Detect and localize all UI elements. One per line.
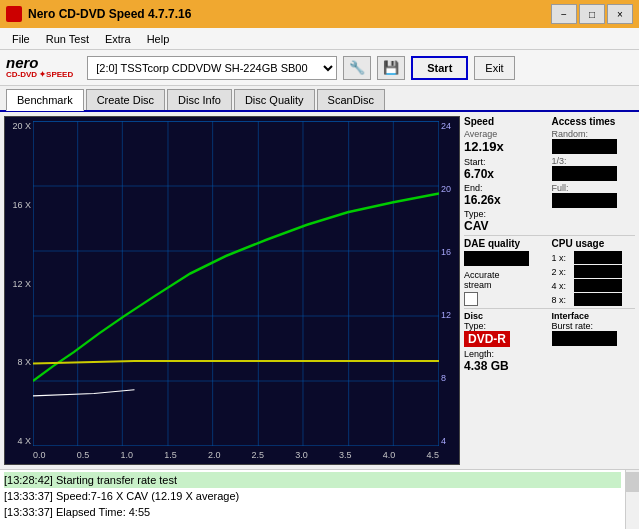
chart-and-panel: 20 X 16 X 12 X 8 X 4 X 24 20 16 12 8 4: [0, 112, 639, 469]
menu-extra[interactable]: Extra: [97, 31, 139, 47]
menu-bar: File Run Test Extra Help: [0, 28, 639, 50]
x-label-05: 0.5: [77, 450, 90, 460]
menu-file[interactable]: File: [4, 31, 38, 47]
nero-brand-sub: CD-DVD ✦SPEED: [6, 71, 73, 80]
cpu-2x-value: [574, 265, 622, 278]
average-value: 12.19x: [464, 139, 548, 154]
dae-cpu-section: DAE quality Accurate stream CPU usage 1 …: [464, 238, 635, 306]
x-label-10: 1.0: [120, 450, 133, 460]
interface-section: Interface Burst rate:: [552, 311, 636, 373]
divider-2: [464, 308, 635, 309]
main-wrapper: 20 X 16 X 12 X 8 X 4 X 24 20 16 12 8 4: [0, 112, 639, 529]
divider-1: [464, 235, 635, 236]
cpu-title: CPU usage: [552, 238, 636, 249]
log-line-1: [13:33:37] Speed:7-16 X CAV (12.19 X ave…: [4, 488, 621, 504]
y-right-4: 4: [439, 436, 459, 446]
cpu-8x-label: 8 x:: [552, 295, 572, 305]
properties-button[interactable]: 🔧: [343, 56, 371, 80]
disc-section: Disc Type: DVD-R Length: 4.38 GB: [464, 311, 548, 373]
title-bar-left: Nero CD-DVD Speed 4.7.7.16: [6, 6, 191, 22]
svg-rect-0: [33, 121, 439, 446]
cpu-2x-row: 2 x:: [552, 265, 636, 278]
type-value: CAV: [464, 219, 548, 233]
access-times-section: Access times Random: 1/3: Full:: [552, 116, 636, 233]
full-row: Full:: [552, 183, 636, 208]
y-label-20: 20 X: [5, 121, 33, 131]
burst-rate-label: Burst rate:: [552, 321, 636, 331]
menu-run-test[interactable]: Run Test: [38, 31, 97, 47]
tab-disc-quality[interactable]: Disc Quality: [234, 89, 315, 110]
x-label-0: 0.0: [33, 450, 46, 460]
tab-disc-info[interactable]: Disc Info: [167, 89, 232, 110]
y-label-12: 12 X: [5, 279, 33, 289]
toolbar: nero CD-DVD ✦SPEED [2:0] TSSTcorp CDDVDW…: [0, 50, 639, 86]
log-scrollbar[interactable]: [625, 470, 639, 529]
right-panel: Speed Average 12.19x Start: 6.70x End: 1…: [464, 112, 639, 469]
cpu-8x-value: [574, 293, 622, 306]
nero-brand-name: nero: [6, 55, 73, 72]
accurate-stream-row: Accurate stream: [464, 270, 548, 306]
y-axis-right: 24 20 16 12 8 4: [439, 121, 459, 446]
exit-button[interactable]: Exit: [474, 56, 514, 80]
tab-create-disc[interactable]: Create Disc: [86, 89, 165, 110]
speed-section: Speed Average 12.19x Start: 6.70x End: 1…: [464, 116, 548, 233]
type-row: Type: CAV: [464, 208, 548, 233]
x-label-35: 3.5: [339, 450, 352, 460]
cpu-2x-label: 2 x:: [552, 267, 572, 277]
scrollbar-thumb[interactable]: [626, 472, 639, 492]
random-value-box: [552, 139, 617, 154]
x-label-15: 1.5: [164, 450, 177, 460]
disc-title: Disc: [464, 311, 548, 321]
dae-title: DAE quality: [464, 238, 548, 249]
y-right-20: 20: [439, 184, 459, 194]
dae-section: DAE quality Accurate stream: [464, 238, 548, 306]
save-icon: 💾: [383, 60, 399, 75]
cpu-1x-row: 1 x:: [552, 251, 636, 264]
start-value: 6.70x: [464, 167, 548, 181]
cpu-1x-value: [574, 251, 622, 264]
accurate-stream-checkbox[interactable]: [464, 292, 478, 306]
app-icon: [6, 6, 22, 22]
x-axis: 0.0 0.5 1.0 1.5 2.0 2.5 3.0 3.5 4.0 4.5: [33, 446, 439, 464]
one-third-label: 1/3:: [552, 156, 636, 166]
y-label-16: 16 X: [5, 200, 33, 210]
maximize-button[interactable]: □: [579, 4, 605, 24]
cpu-4x-value: [574, 279, 622, 292]
x-label-45: 4.5: [426, 450, 439, 460]
start-label: Start:: [464, 157, 486, 167]
average-row: Average 12.19x: [464, 129, 548, 154]
tab-benchmark[interactable]: Benchmark: [6, 89, 84, 111]
cpu-4x-label: 4 x:: [552, 281, 572, 291]
chart-outer: 20 X 16 X 12 X 8 X 4 X 24 20 16 12 8 4: [0, 112, 464, 469]
close-button[interactable]: ×: [607, 4, 633, 24]
log-line-0: [13:28:42] Starting transfer rate test: [4, 472, 621, 488]
drive-select[interactable]: [2:0] TSSTcorp CDDVDW SH-224GB SB00: [87, 56, 337, 80]
x-label-25: 2.5: [252, 450, 265, 460]
tab-scan-disc[interactable]: ScanDisc: [317, 89, 385, 110]
save-button[interactable]: 💾: [377, 56, 405, 80]
y-right-24: 24: [439, 121, 459, 131]
chart-svg: [33, 121, 439, 446]
speed-label: ✦SPEED: [39, 71, 73, 80]
y-right-12: 12: [439, 310, 459, 320]
burst-rate-value: [552, 331, 617, 346]
one-third-row: 1/3:: [552, 156, 636, 181]
one-third-value-box: [552, 166, 617, 181]
start-row: Start: 6.70x: [464, 156, 548, 181]
chart-area: 20 X 16 X 12 X 8 X 4 X 24 20 16 12 8 4: [4, 116, 460, 465]
start-button[interactable]: Start: [411, 56, 468, 80]
minimize-button[interactable]: −: [551, 4, 577, 24]
log-content: [13:28:42] Starting transfer rate test […: [0, 470, 625, 529]
top-panels: Speed Average 12.19x Start: 6.70x End: 1…: [464, 116, 635, 233]
random-row: Random:: [552, 129, 636, 154]
type-label: Type:: [464, 209, 486, 219]
title-bar: Nero CD-DVD Speed 4.7.7.16 − □ ×: [0, 0, 639, 28]
cpu-8x-row: 8 x:: [552, 293, 636, 306]
menu-help[interactable]: Help: [139, 31, 178, 47]
cpu-4x-row: 4 x:: [552, 279, 636, 292]
speed-title: Speed: [464, 116, 548, 127]
end-label: End:: [464, 183, 483, 193]
y-label-8: 8 X: [5, 357, 33, 367]
full-value-box: [552, 193, 617, 208]
disc-length-value: 4.38 GB: [464, 359, 548, 373]
